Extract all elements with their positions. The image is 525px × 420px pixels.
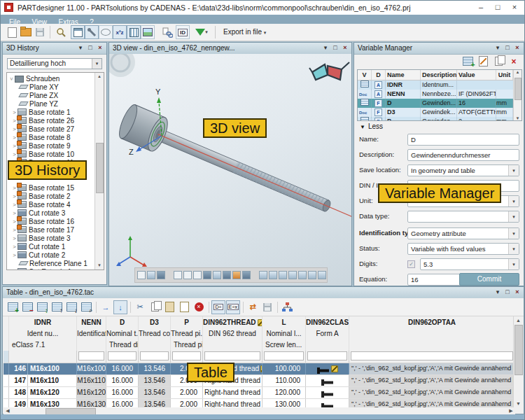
open-file-button[interactable] bbox=[19, 25, 33, 39]
measure-icon[interactable] bbox=[203, 271, 211, 279]
cell-l[interactable]: 110.000 bbox=[262, 375, 306, 386]
digits-select[interactable]: 5.3▾ bbox=[420, 258, 519, 270]
cell-optaa[interactable]: ",' - ','din_962_std_kopf.jpg','A','A mi… bbox=[349, 363, 515, 374]
cell-nenn[interactable]: M16x100 bbox=[77, 363, 106, 374]
filter-input[interactable] bbox=[264, 351, 304, 360]
maximize-button[interactable]: □ bbox=[489, 1, 506, 15]
view-top-icon[interactable] bbox=[298, 271, 307, 279]
description-input[interactable]: Gewindenenndurchmesser bbox=[407, 149, 519, 161]
row-header[interactable]: 146M16x100 bbox=[9, 363, 77, 374]
variable-row[interactable]: FDGewinden...16mm bbox=[358, 99, 522, 108]
scroll-up-icon[interactable]: ▲ bbox=[95, 73, 104, 80]
tree-item[interactable]: >Base rotate 17 bbox=[7, 225, 95, 234]
scroll-thumb[interactable] bbox=[96, 143, 104, 193]
copy-button[interactable] bbox=[148, 300, 162, 314]
commit-button[interactable]: Commit bbox=[459, 273, 519, 286]
row-header[interactable]: 148M16x120 bbox=[9, 387, 77, 398]
toggle-3d-view-button[interactable] bbox=[85, 25, 99, 39]
material-icon[interactable] bbox=[232, 271, 241, 279]
cell-d[interactable]: 16.000 bbox=[106, 363, 139, 374]
cell-d3[interactable]: 13.546 bbox=[139, 375, 171, 386]
render-settings-icon[interactable] bbox=[223, 271, 231, 279]
scroll-down-icon[interactable]: ▼ bbox=[95, 262, 104, 270]
tree-chevron-icon[interactable]: > bbox=[11, 244, 18, 250]
cell-optaa[interactable]: ",' - ','din_962_std_kopf.jpg','A','A mi… bbox=[349, 375, 515, 386]
view-iso-icon[interactable] bbox=[318, 271, 326, 279]
col-value[interactable]: Value bbox=[457, 70, 496, 80]
less-expander[interactable]: ▼Less bbox=[360, 122, 383, 130]
history-tree-scrollbar[interactable]: ▲ ▼ bbox=[94, 73, 104, 270]
shaded-mode-icon[interactable] bbox=[147, 271, 155, 279]
save-button[interactable] bbox=[33, 25, 47, 39]
edit-pencil-icon[interactable] bbox=[258, 319, 262, 326]
value-range-toggle[interactable]: D= bbox=[211, 300, 225, 314]
panel-close-icon[interactable]: × bbox=[95, 43, 105, 53]
export-quick-button[interactable]: ▾ bbox=[192, 25, 211, 39]
view-back-icon[interactable] bbox=[269, 271, 277, 279]
variable-row[interactable]: DocFD3Gewindek...ATOF(GETTH...mm bbox=[358, 108, 522, 117]
panel-close-icon[interactable]: × bbox=[512, 43, 522, 53]
toggle-3d-history-button[interactable] bbox=[71, 25, 85, 39]
view-front-icon[interactable] bbox=[259, 271, 267, 279]
copy-variable-button[interactable] bbox=[493, 56, 504, 66]
identification-type-select[interactable]: Geometry attribute▾ bbox=[407, 227, 519, 239]
background-icon[interactable] bbox=[242, 271, 251, 279]
go-to-column-button[interactable]: → bbox=[99, 300, 113, 314]
add-variable-button[interactable] bbox=[462, 56, 473, 66]
tree-chevron-icon[interactable]: > bbox=[11, 269, 18, 271]
status-select[interactable]: Variable with fixed values▾ bbox=[407, 243, 519, 255]
col-nenn[interactable]: NENN bbox=[77, 316, 106, 328]
col-din962optaa[interactable]: DIN962OPTAA bbox=[349, 316, 515, 328]
panel-close-icon[interactable]: × bbox=[512, 287, 522, 298]
panel-close-icon[interactable]: × bbox=[340, 43, 350, 53]
data-type-select[interactable]: ▾ bbox=[407, 211, 519, 223]
cut-button[interactable]: ✂ bbox=[133, 300, 147, 314]
table-row[interactable]: 147M16x110M16x11016.00013.5462.000Right-… bbox=[4, 375, 515, 387]
refresh-table-button[interactable]: ⇄ bbox=[246, 300, 260, 314]
col-din962class[interactable]: DIN962CLASS bbox=[306, 316, 349, 328]
paste-button[interactable] bbox=[162, 300, 176, 314]
col-idnr[interactable]: IDNR bbox=[9, 316, 77, 328]
cell-class[interactable] bbox=[306, 387, 349, 398]
cell-d[interactable]: 16.000 bbox=[106, 387, 139, 398]
col-unit[interactable]: Unit bbox=[496, 70, 513, 80]
zoom-button[interactable] bbox=[54, 25, 68, 39]
panel-menu-icon[interactable]: ▾ bbox=[76, 43, 85, 53]
tree-item[interactable]: >Schrauben bbox=[7, 74, 95, 83]
tree-chevron-icon[interactable]: > bbox=[11, 235, 18, 241]
view-right-icon[interactable] bbox=[288, 271, 297, 279]
toggle-table-button[interactable] bbox=[127, 25, 141, 39]
scroll-thumb[interactable] bbox=[514, 325, 523, 375]
cell-d3[interactable]: 13.546 bbox=[139, 387, 171, 398]
go-to-row-button[interactable]: ↓ bbox=[113, 300, 127, 314]
table-structure-button[interactable] bbox=[280, 300, 294, 314]
filter-input[interactable] bbox=[204, 351, 260, 360]
name-input[interactable]: D bbox=[407, 134, 519, 146]
panel-maximize-icon[interactable]: □ bbox=[503, 43, 512, 53]
col-d[interactable]: D bbox=[372, 70, 386, 80]
scroll-thumb[interactable] bbox=[514, 78, 522, 100]
view-left-icon[interactable] bbox=[279, 271, 287, 279]
tree-item[interactable]: >Cut rotate 2 bbox=[7, 251, 95, 259]
tree-item[interactable]: Reference Plane 1 bbox=[7, 259, 95, 267]
toggle-preview-button[interactable] bbox=[141, 25, 155, 39]
panel-menu-icon[interactable]: ▾ bbox=[493, 43, 503, 53]
col-name[interactable]: Name bbox=[386, 70, 421, 80]
save-table-button[interactable] bbox=[260, 300, 274, 314]
filter-input[interactable] bbox=[108, 351, 136, 360]
cell-l[interactable]: 100.000 bbox=[262, 363, 306, 374]
search-table-button[interactable]: ⌕ bbox=[79, 300, 93, 314]
filter-input[interactable] bbox=[140, 351, 169, 360]
panel-menu-icon[interactable]: ▾ bbox=[493, 287, 503, 298]
panel-maximize-icon[interactable]: □ bbox=[85, 43, 95, 53]
id-button[interactable]: ID bbox=[176, 25, 190, 39]
table-vertical-scrollbar[interactable]: ▲▼ bbox=[513, 316, 523, 407]
panel-maximize-icon[interactable]: □ bbox=[330, 43, 340, 53]
cell-nenn[interactable]: M16x120 bbox=[77, 387, 106, 398]
delete-variable-button[interactable]: × bbox=[508, 56, 519, 66]
tree-item[interactable]: Plane YZ bbox=[7, 99, 95, 108]
table-row[interactable]: 146M16x100M16x10016.00013.5462.000Right-… bbox=[4, 363, 515, 375]
cell-l[interactable]: 120.000 bbox=[262, 387, 306, 398]
cell-nenn[interactable]: M16x110 bbox=[77, 375, 106, 386]
move-row-down-button[interactable]: ↓ bbox=[64, 300, 78, 314]
